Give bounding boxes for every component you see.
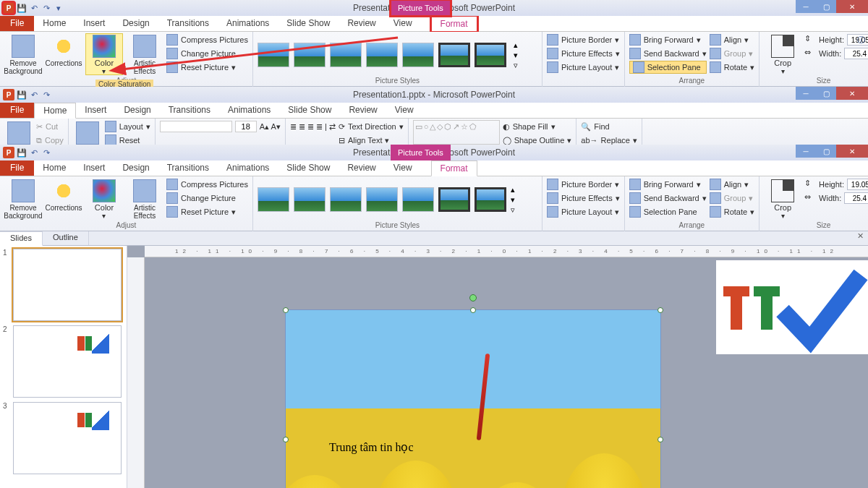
maximize-button[interactable]: ▢ bbox=[816, 87, 836, 100]
style-thumb[interactable] bbox=[402, 187, 434, 212]
tab-format[interactable]: Format bbox=[431, 160, 477, 176]
width-field[interactable]: ⇔Width: bbox=[804, 47, 868, 60]
qat-redo-icon[interactable]: ↷ bbox=[41, 90, 51, 100]
gallery-up-icon[interactable]: ▴ bbox=[514, 40, 518, 50]
crop-button[interactable]: Crop▾ bbox=[764, 178, 801, 220]
bring-forward-button[interactable]: Bring Forward ▾ bbox=[629, 178, 707, 191]
corrections-button[interactable]: Corrections bbox=[45, 178, 82, 212]
close-button[interactable]: ✕ bbox=[836, 87, 868, 100]
picture-layout-button[interactable]: Picture Layout ▾ bbox=[547, 205, 620, 218]
tab-review[interactable]: Review bbox=[339, 160, 384, 176]
resize-handle[interactable] bbox=[283, 307, 289, 313]
align-button[interactable]: Align ▾ bbox=[710, 178, 754, 191]
minimize-button[interactable]: ─ bbox=[796, 87, 816, 100]
gallery-down-icon[interactable]: ▾ bbox=[514, 51, 518, 60]
tab-animations[interactable]: Animations bbox=[219, 102, 279, 118]
tab-file[interactable]: File bbox=[0, 160, 34, 176]
remove-background-button[interactable]: Remove Background bbox=[4, 178, 42, 220]
reset-picture-button[interactable]: Reset Picture ▾ bbox=[166, 205, 248, 218]
layout-button[interactable]: Layout ▾ bbox=[105, 120, 150, 133]
tab-slideshow[interactable]: Slide Show bbox=[278, 160, 339, 176]
send-backward-button[interactable]: Send Backward ▾ bbox=[629, 47, 707, 60]
remove-background-button[interactable]: Remove Background bbox=[4, 33, 42, 75]
style-thumb[interactable] bbox=[475, 43, 506, 67]
font-size-field[interactable] bbox=[235, 121, 257, 132]
tab-transitions[interactable]: Transitions bbox=[158, 15, 218, 31]
resize-handle[interactable] bbox=[658, 307, 663, 313]
picture-border-button[interactable]: Picture Border ▾ bbox=[547, 178, 620, 191]
tab-design[interactable]: Design bbox=[114, 15, 158, 31]
shapes-gallery[interactable]: ▭○△◇⬡↗☆⬠ bbox=[413, 120, 500, 145]
gallery-more-icon[interactable]: ▿ bbox=[514, 61, 518, 70]
picture-border-button[interactable]: Picture Border ▾ bbox=[547, 33, 620, 46]
tab-transitions[interactable]: Transitions bbox=[160, 102, 219, 118]
style-thumb[interactable] bbox=[258, 43, 289, 67]
tab-animations[interactable]: Animations bbox=[218, 160, 278, 176]
close-button[interactable]: ✕ bbox=[836, 0, 868, 13]
change-picture-button[interactable]: Change Picture bbox=[166, 47, 248, 60]
tab-view[interactable]: View bbox=[386, 102, 422, 118]
style-thumb[interactable] bbox=[366, 187, 398, 212]
artistic-effects-button[interactable]: Artistic Effects bbox=[126, 178, 163, 220]
help-icon[interactable]: ⓘ bbox=[857, 35, 865, 46]
gallery-more-icon[interactable]: ▿ bbox=[511, 205, 515, 215]
slide-editor[interactable]: 12 · 11 · 10 · 9 · 8 · 7 · 6 · 5 · 4 · 3… bbox=[127, 246, 868, 488]
style-thumb[interactable] bbox=[330, 187, 362, 212]
style-thumb[interactable] bbox=[475, 187, 506, 212]
minimize-button[interactable]: ─ bbox=[796, 0, 816, 13]
selection-pane-button[interactable]: Selection Pane bbox=[629, 61, 707, 74]
tab-view[interactable]: View bbox=[385, 160, 421, 176]
group-button[interactable]: Group ▾ bbox=[710, 47, 754, 60]
reset-picture-button[interactable]: Reset Picture ▾ bbox=[166, 61, 248, 74]
selection-pane-button[interactable]: Selection Pane bbox=[629, 205, 707, 218]
tab-slideshow[interactable]: Slide Show bbox=[278, 15, 339, 31]
align-button[interactable]: Align ▾ bbox=[710, 33, 754, 46]
tab-file[interactable]: File bbox=[0, 15, 34, 31]
shape-fill-button[interactable]: ◐ Shape Fill ▾ bbox=[503, 120, 572, 133]
selected-picture[interactable]: Trung tâm tin học bbox=[285, 309, 661, 488]
color-button[interactable]: Color▾ bbox=[85, 33, 123, 75]
rotate-button[interactable]: Rotate ▾ bbox=[710, 61, 754, 74]
tab-insert[interactable]: Insert bbox=[75, 160, 114, 176]
style-thumb[interactable] bbox=[438, 43, 470, 67]
close-button[interactable]: ✕ bbox=[836, 145, 868, 158]
picture-effects-button[interactable]: Picture Effects ▾ bbox=[547, 192, 620, 205]
tab-insert[interactable]: Insert bbox=[75, 15, 114, 31]
tab-format[interactable]: Format bbox=[431, 16, 477, 32]
app-icon[interactable]: P bbox=[3, 2, 14, 14]
resize-handle[interactable] bbox=[658, 437, 663, 442]
qat-save-icon[interactable]: 💾 bbox=[17, 90, 27, 100]
tab-review[interactable]: Review bbox=[340, 102, 386, 118]
tab-view[interactable]: View bbox=[385, 15, 421, 31]
resize-handle[interactable] bbox=[470, 307, 476, 313]
style-thumb[interactable] bbox=[438, 187, 470, 212]
gallery-down-icon[interactable]: ▾ bbox=[511, 195, 515, 205]
tab-insert[interactable]: Insert bbox=[76, 102, 115, 118]
qat-undo-icon[interactable]: ↶ bbox=[29, 3, 39, 13]
width-field[interactable]: ⇔Width: bbox=[804, 192, 868, 205]
tab-design[interactable]: Design bbox=[114, 160, 158, 176]
compress-pictures-button[interactable]: Compress Pictures bbox=[166, 33, 248, 46]
style-thumb[interactable] bbox=[366, 43, 398, 67]
font-family-field[interactable] bbox=[160, 121, 232, 132]
tab-review[interactable]: Review bbox=[339, 15, 384, 31]
style-thumb[interactable] bbox=[294, 187, 326, 212]
style-thumb[interactable] bbox=[258, 187, 289, 212]
pane-tab-outline[interactable]: Outline bbox=[43, 231, 89, 245]
change-picture-button[interactable]: Change Picture bbox=[166, 192, 248, 205]
style-thumb[interactable] bbox=[330, 43, 362, 67]
artistic-effects-button[interactable]: Artistic Effects bbox=[126, 33, 163, 75]
qat-redo-icon[interactable]: ↷ bbox=[41, 3, 51, 13]
rotate-button[interactable]: Rotate ▾ bbox=[710, 205, 754, 218]
color-button[interactable]: Color▾ bbox=[85, 178, 123, 220]
tab-animations[interactable]: Animations bbox=[218, 15, 278, 31]
find-button[interactable]: 🔍 Find bbox=[581, 120, 637, 133]
tab-slideshow[interactable]: Slide Show bbox=[279, 102, 340, 118]
qat-save-icon[interactable]: 💾 bbox=[17, 147, 27, 158]
corrections-button[interactable]: Corrections bbox=[45, 33, 82, 67]
tab-design[interactable]: Design bbox=[115, 102, 159, 118]
app-icon[interactable]: P bbox=[3, 147, 14, 158]
picture-effects-button[interactable]: Picture Effects ▾ bbox=[547, 47, 620, 60]
qat-more-icon[interactable]: ▾ bbox=[54, 3, 64, 13]
tab-file[interactable]: File bbox=[0, 102, 34, 118]
